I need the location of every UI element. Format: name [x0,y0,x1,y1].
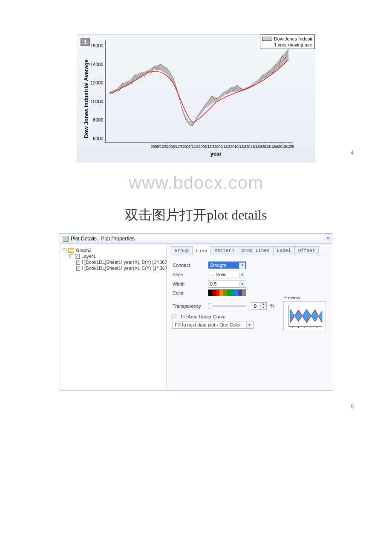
plot-details-dialog: ▭ Plot Details - Plot Properties - Graph… [60,233,332,391]
fill-area-label: Fill Area Under Curve [181,314,225,319]
tree-node-layer[interactable]: - ✓ Layer1 [63,253,164,259]
transparency-input[interactable] [250,303,260,309]
chevron-down-icon: ▼ [239,281,245,287]
legend-swatch-series2 [262,45,272,45]
dialog-title: Plot Details - Plot Properties [71,236,135,242]
chevron-down-icon: ▼ [239,263,245,269]
chart-legend: Dow Jones Industr 1 year moving ave [260,35,315,49]
fill-area-checkbox[interactable]: ✓ [173,315,177,319]
legend-swatch-series1 [262,37,272,41]
x-axis-label: year [105,150,310,157]
tab-label[interactable]: Label [273,246,295,255]
series-2-line [110,60,288,122]
checkbox-icon[interactable]: ✓ [76,266,80,271]
tree-node-plot-1[interactable]: ✓ [Book1DL]Sheet1! year(X), B(Y) [1*:367… [63,259,164,265]
checkbox-icon[interactable]: ✓ [75,254,80,259]
fill-mode-select[interactable]: Fill to next data plot - One Color▼ [173,321,254,329]
tree-node-graph[interactable]: - Graph2 [63,247,164,253]
preview-label: Preview [283,295,328,300]
preview-thumbnail [283,301,326,331]
collapse-icon[interactable]: - [69,254,73,258]
checkbox-icon[interactable]: ✓ [76,260,80,265]
color-picker[interactable] [208,289,246,296]
page-number-bottom: 5 [21,404,371,410]
plot-type-icon [82,260,83,264]
minimize-icon[interactable]: ▭ [325,234,332,241]
legend-label-1: Dow Jones Industr [274,36,313,42]
chart-plot-area [105,40,293,143]
chevron-down-icon: ▼ [246,322,252,328]
tab-line[interactable]: Line [192,247,211,255]
style-select[interactable]: — Solid▼ [208,271,246,278]
color-label: Color [173,290,205,295]
transparency-label: Transparency [173,304,205,309]
caption-heading: 双击图片打开plot details [21,206,371,225]
spinner-up-icon[interactable]: ▲ [261,303,266,306]
dialog-icon [63,236,69,242]
y-axis-label: Dow Jones Industrial Average [82,40,90,157]
tab-offset[interactable]: Offset [294,246,319,255]
tab-group[interactable]: Group [171,246,193,255]
tab-pattern[interactable]: Pattern [210,246,238,255]
spinner-down-icon[interactable]: ▼ [261,306,266,309]
watermark-text: www.bdocx.com [21,173,371,193]
width-select[interactable]: 0.5▼ [208,280,246,288]
style-label: Style [173,272,205,277]
fill-between-area [110,49,288,126]
tabs-bar: Group Line Pattern Drop Lines Label Offs… [171,246,328,255]
folder-icon [68,248,74,253]
connect-label: Connect [173,263,205,268]
tab-drop-lines[interactable]: Drop Lines [238,246,274,255]
legend-label-2: 1 year moving ave [274,42,312,48]
transparency-spinner[interactable]: ▲▼ [250,302,267,310]
graph-window: 1 Dow Jones Industr 1 year moving ave Do… [77,34,315,162]
plot-tree[interactable]: - Graph2 - ✓ Layer1 ✓ [Book1DL]Sheet1! y… [60,244,167,390]
transparency-unit: % [270,304,274,309]
connect-select[interactable]: Straight▼ [208,261,246,269]
chevron-down-icon: ▼ [239,272,245,278]
plot-type-icon [82,266,83,270]
dialog-titlebar[interactable]: Plot Details - Plot Properties [60,234,332,244]
tree-node-plot-2[interactable]: ✓ [Book1DL]Sheet1! year(X), C(Y) [1*:367… [63,265,164,271]
transparency-slider[interactable] [208,305,246,307]
collapse-icon[interactable]: - [63,249,66,252]
width-label: Width [173,281,205,286]
y-axis-ticks: 16000 14000 12000 10000 8000 6000 [90,43,105,141]
x-axis-ticks: 2005/12/82006/12/82007/12/82008/12/82009… [105,145,310,149]
